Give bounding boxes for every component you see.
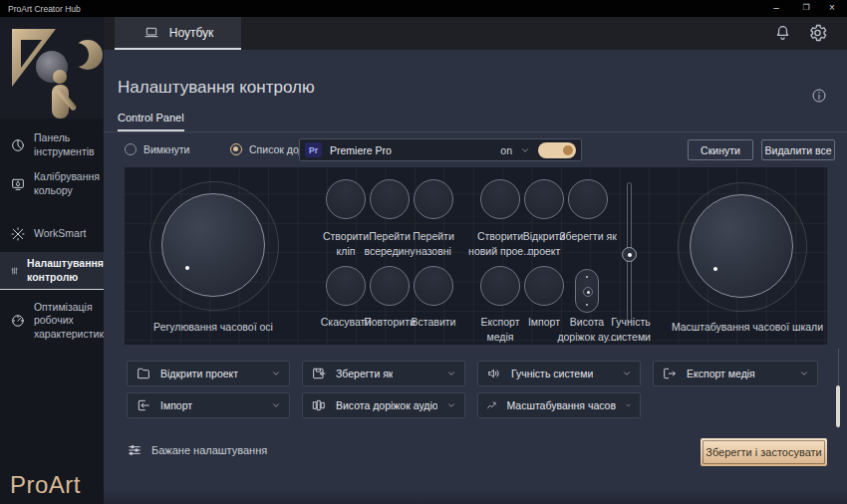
restore-button[interactable]: ❐ — [795, 0, 817, 17]
rocker-center-dot — [583, 287, 593, 297]
assignment-track-height[interactable]: Висота доріжок аудіо — [302, 392, 465, 418]
laptop-icon — [142, 25, 160, 41]
assignment-export-media[interactable]: Експорт медія — [653, 361, 818, 386]
assignment-label: Відкрити проект — [160, 368, 238, 379]
timeline-dial-knob[interactable] — [161, 193, 265, 297]
assignment-timeline-zoom[interactable]: Масштабування часової шкали — [477, 392, 641, 418]
preferred-settings-label: Бажане налаштування — [151, 444, 267, 456]
rocker-dot — [586, 276, 588, 278]
import-button[interactable] — [524, 266, 564, 306]
proart-wordmark: ProArt — [10, 471, 81, 499]
undo-button[interactable] — [326, 266, 366, 306]
open-project-button[interactable] — [524, 179, 564, 219]
radio-circle-selected — [230, 143, 242, 155]
button-label: Перейти назовні — [408, 229, 459, 259]
chevron-down-icon[interactable] — [625, 400, 632, 410]
dashboard-icon — [10, 137, 26, 153]
sidebar-item-label: WorkSmart — [34, 227, 86, 241]
assignment-label: Масштабування часової шкали — [507, 399, 616, 411]
assignment-label: Зберегти як — [336, 368, 393, 379]
sidebar-item-label: Налаштування контролю — [27, 257, 104, 284]
folder-icon — [136, 366, 151, 381]
chevron-down-icon[interactable] — [622, 369, 632, 378]
scrollbar-thumb[interactable] — [836, 385, 840, 427]
timeline-zoom-icon — [486, 397, 498, 413]
radio-disable[interactable]: Вимкнути — [125, 143, 189, 155]
control-settings-icon — [10, 263, 19, 279]
save-as-button[interactable] — [568, 179, 608, 219]
import-icon — [136, 397, 151, 413]
zoom-dial-label: Масштабування часової шкали — [648, 320, 847, 335]
worksmart-icon — [10, 226, 26, 242]
create-clip-button[interactable] — [326, 179, 366, 219]
chevron-down-icon[interactable] — [271, 369, 281, 378]
close-button[interactable]: × — [821, 0, 843, 17]
radio-circle — [125, 143, 137, 155]
performance-icon — [10, 313, 26, 329]
track-height-rocker[interactable] — [575, 269, 599, 313]
assignment-label: Гучність системи — [511, 368, 593, 379]
sidebar-item-dashboard[interactable]: Панель інструментів — [0, 127, 104, 163]
dial-indicator-dot — [185, 266, 189, 270]
sidebar-item-control-settings[interactable]: Налаштування контролю — [0, 252, 104, 290]
volume-slider-knob[interactable] — [622, 247, 637, 262]
top-nav: Ноутбук — [104, 17, 847, 50]
chevron-down-icon[interactable] — [271, 400, 281, 410]
sidebar-item-worksmart[interactable]: WorkSmart — [0, 220, 104, 248]
tab-laptop[interactable]: Ноутбук — [115, 17, 241, 50]
save-and-apply-button[interactable]: Зберегти і застосувати — [701, 438, 827, 466]
assignment-system-volume[interactable]: Гучність системи — [477, 361, 641, 386]
preferred-settings[interactable]: Бажане налаштування — [127, 442, 267, 458]
export-icon — [662, 366, 678, 381]
tab-control-panel[interactable]: Control Panel — [118, 112, 184, 131]
tab-divider — [104, 131, 847, 132]
info-icon[interactable] — [811, 88, 827, 104]
page-title: Налаштування контролю — [118, 78, 315, 98]
speaker-icon — [486, 366, 502, 381]
redo-button[interactable] — [370, 266, 410, 306]
minimize-button[interactable]: – — [765, 0, 787, 17]
app-window: ProArt Creator Hub – ❐ × — [0, 0, 847, 504]
app-name: Premiere Pro — [330, 144, 392, 156]
sidebar-item-performance[interactable]: Оптимізація робочих характеристик — [0, 296, 104, 346]
bottom-shade — [104, 488, 847, 504]
step-in-button[interactable] — [370, 179, 410, 219]
app-state-value[interactable]: on — [500, 144, 512, 156]
sidebar-item-label: Панель інструментів — [34, 131, 95, 158]
assignment-label: Висота доріжок аудіо — [336, 399, 437, 411]
assignment-label: Імпорт — [160, 399, 192, 411]
timeline-dial-label: Регулювання часової осі — [134, 320, 293, 335]
chevron-down-icon[interactable] — [520, 145, 530, 155]
assignment-open-project[interactable]: Відкрити проект — [127, 361, 290, 386]
sidebar-item-label: Калібрування кольору — [34, 170, 100, 197]
track-height-icon — [311, 397, 327, 413]
chevron-down-icon[interactable] — [446, 400, 456, 410]
sidebar: Панель інструментів Калібрування кольору… — [0, 17, 104, 504]
notification-bell-icon[interactable] — [773, 23, 792, 43]
delete-all-button[interactable]: Видалити все — [761, 139, 835, 160]
step-out-button[interactable] — [414, 179, 453, 219]
chevron-down-icon[interactable] — [446, 369, 456, 378]
assignment-label: Експорт медія — [687, 368, 755, 379]
color-calibration-icon — [10, 176, 26, 192]
settings-gear-icon[interactable] — [807, 22, 828, 44]
reset-button[interactable]: Скинути — [688, 139, 753, 160]
proart-artwork — [0, 17, 104, 119]
button-label: Зберегти як — [556, 229, 620, 244]
export-media-button[interactable] — [480, 266, 520, 306]
new-project-button[interactable] — [480, 179, 520, 219]
save-as-icon — [311, 366, 327, 381]
app-toggle[interactable] — [538, 142, 576, 158]
zoom-dial-knob[interactable] — [690, 194, 793, 298]
rocker-dot — [586, 304, 588, 306]
dial-indicator-dot — [713, 267, 717, 271]
tab-label: Ноутбук — [169, 26, 214, 40]
window-title: ProArt Creator Hub — [8, 4, 81, 14]
paste-button[interactable] — [414, 266, 453, 306]
preferences-sliders-icon — [127, 442, 142, 458]
chevron-down-icon[interactable] — [799, 369, 809, 378]
assignment-save-as[interactable]: Зберегти як — [302, 361, 465, 386]
sidebar-item-color-calibration[interactable]: Калібрування кольору — [0, 166, 104, 202]
app-selector[interactable]: Pr Premiere Pro on — [299, 138, 582, 161]
assignment-import[interactable]: Імпорт — [127, 392, 290, 418]
